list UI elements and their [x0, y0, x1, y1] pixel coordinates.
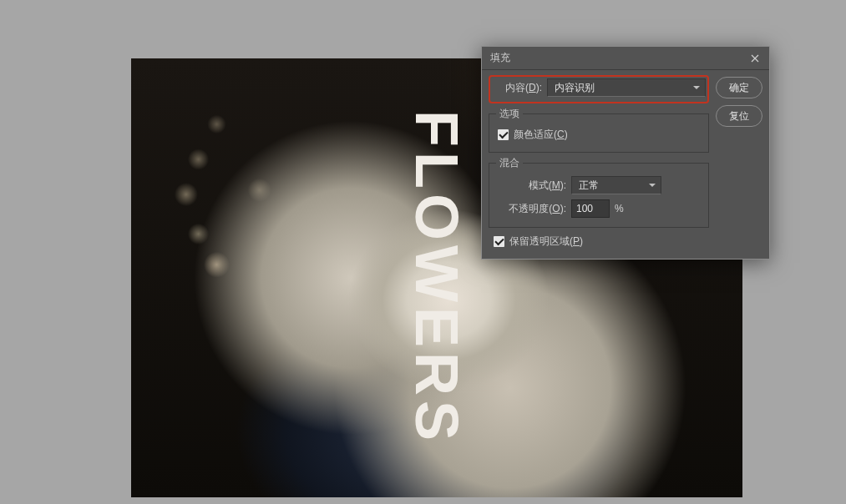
color-adaptive-row[interactable]: 颜色适应(C)	[496, 124, 702, 145]
preserve-transparent-label: 保留透明区域(P)	[509, 234, 583, 249]
opacity-unit: %	[615, 203, 624, 214]
dialog-main: 内容(D): 内容识别 选项 颜色适应(C) 混合	[489, 75, 709, 252]
mode-select-value: 正常	[579, 179, 599, 193]
opacity-input[interactable]	[571, 199, 610, 218]
content-select-value: 内容识别	[555, 81, 595, 95]
color-adaptive-checkbox[interactable]	[498, 129, 509, 140]
close-icon	[751, 54, 759, 63]
options-fieldset: 选项 颜色适应(C)	[489, 107, 709, 153]
dialog-buttons: 确定 复位	[716, 75, 762, 252]
opacity-row: 不透明度(O): %	[496, 197, 702, 220]
ok-button[interactable]: 确定	[716, 77, 762, 98]
dialog-title: 填充	[490, 51, 510, 65]
mode-row: 模式(M): 正常	[496, 174, 702, 197]
mode-label: 模式(M):	[498, 179, 566, 193]
chevron-down-icon	[649, 184, 656, 187]
color-adaptive-label: 颜色适应(C)	[514, 128, 568, 142]
blend-fieldset: 混合 模式(M): 正常 不透明度(O): %	[489, 156, 709, 228]
fill-dialog: 填充 内容(D): 内容识别 选项	[481, 46, 770, 260]
reset-button[interactable]: 复位	[716, 105, 762, 127]
dialog-body: 内容(D): 内容识别 选项 颜色适应(C) 混合	[482, 70, 769, 259]
close-button[interactable]	[746, 50, 764, 67]
preserve-transparent-checkbox[interactable]	[494, 236, 504, 247]
blend-legend: 混合	[496, 156, 523, 170]
content-select[interactable]: 内容识别	[547, 78, 706, 97]
dialog-titlebar[interactable]: 填充	[482, 47, 769, 70]
opacity-label: 不透明度(O):	[498, 202, 566, 216]
chevron-down-icon	[693, 86, 700, 89]
content-label: 内容(D):	[492, 81, 542, 95]
preserve-transparent-row[interactable]: 保留透明区域(P)	[489, 231, 709, 252]
content-row-highlight: 内容(D): 内容识别	[489, 75, 709, 103]
options-legend: 选项	[496, 107, 523, 121]
canvas-overlay-text: FLOWERS	[403, 110, 471, 446]
mode-select[interactable]: 正常	[571, 176, 661, 194]
